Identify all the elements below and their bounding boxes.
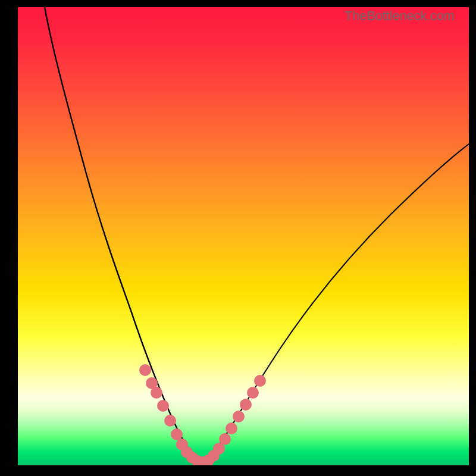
dot-marker	[226, 422, 237, 434]
dot-marker	[139, 364, 151, 376]
curve-left	[45, 7, 202, 462]
watermark-text: TheBottleneck.com	[345, 8, 455, 24]
chart-svg	[18, 7, 469, 465]
plot-area	[18, 7, 469, 465]
dot-marker	[254, 375, 266, 387]
dot-marker	[157, 400, 169, 412]
dot-marker	[240, 399, 252, 411]
curve-left-group	[45, 7, 202, 462]
dot-marker	[247, 387, 259, 399]
dot-marker	[233, 411, 245, 422]
dot-marker	[171, 428, 183, 440]
dot-marker	[151, 387, 162, 399]
chart-wrapper: TheBottleneck.com	[0, 0, 476, 476]
dot-overlay-group	[139, 364, 266, 465]
dot-marker	[219, 433, 231, 445]
dot-marker	[164, 415, 176, 427]
